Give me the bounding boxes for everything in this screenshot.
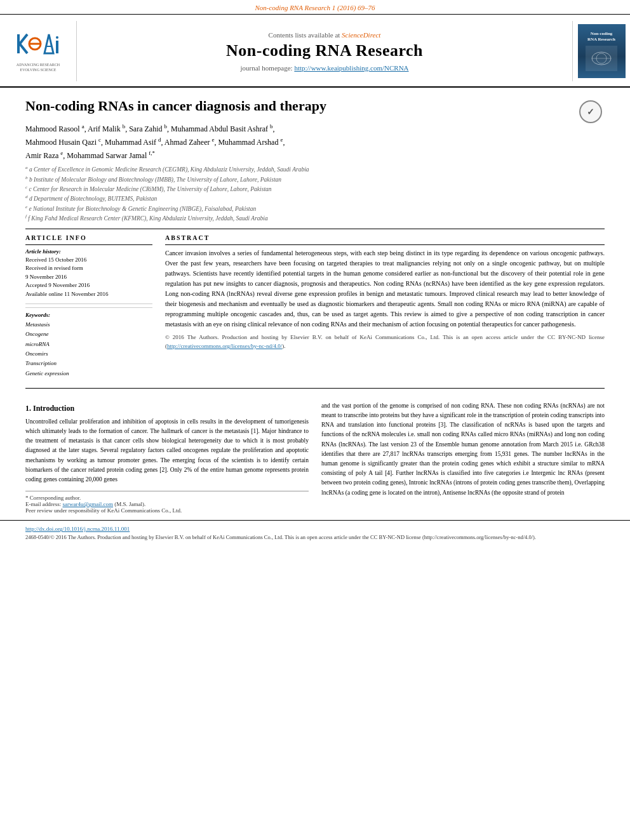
email-link[interactable]: sarwar4u@gmail.com [62, 501, 113, 507]
thumb-label: Non-coding RNA Research [587, 31, 615, 43]
page-wrapper: Non-coding RNA Research 1 (2016) 69–76 [0, 0, 630, 840]
right-paragraph-1: and the vast portion of the genome is co… [321, 401, 605, 498]
journal-center: Contents lists available at ScienceDirec… [76, 21, 573, 81]
affiliation-a: a a Center of Excellence in Genomic Medi… [25, 164, 605, 174]
footnote-area: * Corresponding author. E-mail address: … [25, 491, 309, 514]
keyword-3: Oncomirs [25, 349, 152, 359]
affiliation-b: b b Institute of Molecular Biology and B… [25, 175, 605, 184]
abstract-paragraph: Cancer invasion involves a series of fun… [165, 248, 605, 330]
affiliation-f: f f King Fahd Medical Research Center (K… [25, 213, 605, 223]
article-info-label: ARTICLE INFO [25, 234, 152, 241]
keyword-0: Metastasis [25, 320, 152, 330]
main-content: 1. Introduction Uncontrolled cellular pr… [0, 392, 630, 520]
journal-citation: Non-coding RNA Research 1 (2016) 69–76 [255, 4, 375, 11]
affiliation-e: e e National Institute for Biotechnology… [25, 204, 605, 213]
doi-link[interactable]: http://dx.doi.org/10.1016/j.ncrna.2016.1… [25, 526, 130, 532]
keyword-2: microRNA [25, 340, 152, 349]
journal-homepage: journal homepage: http://www.keaipublish… [240, 64, 408, 72]
main-right-column: and the vast portion of the genome is co… [321, 401, 605, 514]
right-column: ABSTRACT Cancer invasion involves a seri… [165, 234, 605, 378]
affiliation-d: d d Department of Biotechnology, BUITEMS… [25, 194, 605, 203]
article-title: Non-coding RNAs in cancer diagnosis and … [25, 97, 605, 116]
history-received: Received 15 October 2016 [25, 256, 152, 265]
logo-subtext: ADVANCING RESEARCH EVOLVING SCIENCE [17, 63, 60, 73]
sciencedirect-line: Contents lists available at ScienceDirec… [269, 31, 381, 39]
top-bar: Non-coding RNA Research 1 (2016) 69–76 [0, 0, 630, 15]
main-left-column: 1. Introduction Uncontrolled cellular pr… [25, 401, 309, 514]
license-text: © 2016 The Authors. Production and hosti… [165, 333, 605, 351]
svg-line-2 [20, 44, 27, 53]
history-revised-label: Received in revised form [25, 264, 152, 273]
divider-1 [25, 229, 605, 229]
email-line: E-mail address: sarwar4u@gmail.com (M.S.… [25, 501, 309, 507]
keyword-4: Transcription [25, 359, 152, 368]
affiliations: a a Center of Excellence in Genomic Medi… [25, 164, 605, 223]
svg-line-1 [20, 34, 27, 44]
history-revised-date: 9 November 2016 [25, 273, 152, 282]
svg-marker-5 [44, 34, 53, 53]
affiliation-c: c c Center for Research in Molecular Med… [25, 184, 605, 194]
keai-logo [16, 29, 60, 61]
history-title: Article history: [25, 248, 152, 255]
keyword-1: Oncogene [25, 330, 152, 339]
article-history: Article history: Received 15 October 201… [25, 248, 152, 299]
authors: Mahmood Rasool a, Arif Malik b, Sara Zah… [25, 122, 605, 163]
footnote-star-text: * Corresponding author. [25, 495, 309, 501]
email-label: E-mail address: [25, 501, 62, 507]
logo-left: ADVANCING RESEARCH EVOLVING SCIENCE [0, 21, 76, 81]
keai-logo-svg [16, 31, 60, 60]
journal-thumb: Non-coding RNA Research [573, 21, 630, 81]
svg-point-7 [56, 36, 58, 39]
intro-text: Uncontrolled cellular proliferation and … [25, 417, 309, 484]
crossmark-icon: ✓ [579, 100, 602, 123]
intro-heading: 1. Introduction [25, 404, 309, 413]
keyword-5: Genetic expression [25, 369, 152, 378]
keywords-section: Keywords: Metastasis Oncogene microRNA O… [25, 307, 152, 378]
right-body-text: and the vast portion of the genome is co… [321, 401, 605, 498]
page-footer: http://dx.doi.org/10.1016/j.ncrna.2016.1… [0, 520, 630, 545]
abstract-label: ABSTRACT [165, 234, 605, 241]
journal-cover-thumb: Non-coding RNA Research [578, 24, 626, 78]
homepage-link[interactable]: http://www.keaipublishing.com/NCRNA [294, 64, 408, 72]
email-suffix: (M.S. Jamal). [114, 501, 145, 507]
svg-rect-8 [56, 41, 58, 53]
footer-doi: http://dx.doi.org/10.1016/j.ncrna.2016.1… [25, 526, 605, 532]
license-link[interactable]: http://creativecommons.org/licenses/by-n… [167, 343, 282, 349]
keywords-list: Metastasis Oncogene microRNA Oncomirs Tr… [25, 320, 152, 378]
journal-header: ADVANCING RESEARCH EVOLVING SCIENCE Cont… [0, 15, 630, 88]
journal-name: Non-coding RNA Research [226, 41, 423, 60]
footer-copyright: 2468-0540/© 2016 The Authors. Production… [25, 534, 605, 540]
history-accepted: Accepted 9 November 2016 [25, 281, 152, 290]
article-info-abstract: ARTICLE INFO Article history: Received 1… [25, 234, 605, 378]
sciencedirect-link[interactable]: ScienceDirect [342, 31, 380, 39]
abstract-text: Cancer invasion involves a series of fun… [165, 248, 605, 351]
article-body: ✓ Non-coding RNAs in cancer diagnosis an… [0, 88, 630, 385]
crossmark-badge[interactable]: ✓ [579, 100, 605, 126]
history-available: Available online 11 November 2016 [25, 290, 152, 299]
intro-paragraph-1: Uncontrolled cellular proliferation and … [25, 417, 309, 484]
svg-rect-0 [17, 34, 20, 53]
peer-review-note: Peer review under responsibility of KeAi… [25, 507, 309, 514]
left-column: ARTICLE INFO Article history: Received 1… [25, 234, 152, 378]
keywords-title: Keywords: [25, 312, 152, 318]
cover-art [589, 49, 614, 68]
